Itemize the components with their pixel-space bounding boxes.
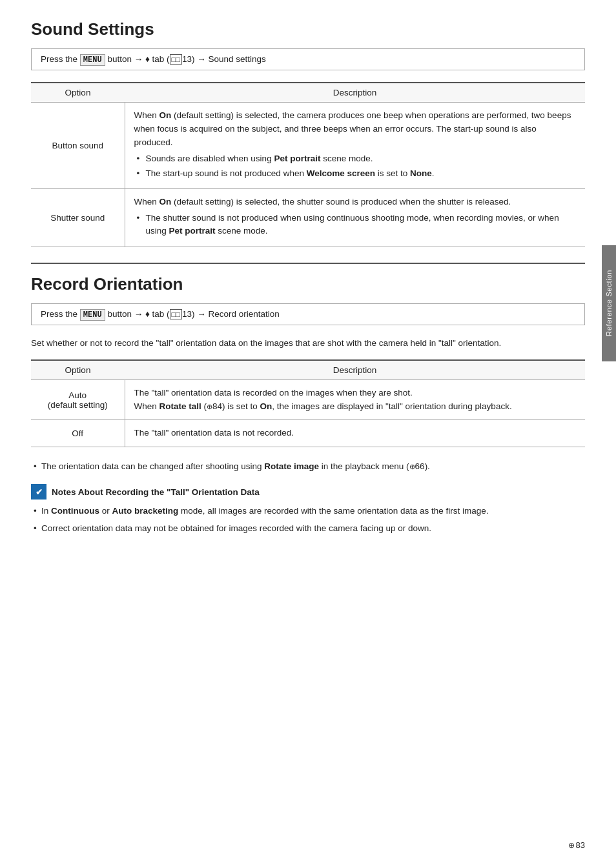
note-icon: ✔: [31, 484, 46, 500]
list-item: The orientation data can be changed afte…: [31, 460, 585, 474]
nav-prefix: Press the: [41, 54, 77, 64]
table-row: Shutter sound When On (default setting) …: [31, 189, 585, 247]
page-number: 83: [576, 840, 585, 850]
record-orientation-body: Set whether or not to record the "tall" …: [31, 337, 585, 350]
page-icon: ⊕: [568, 841, 575, 850]
record-orientation-nav: Press the MENU button → ♦ tab (□□13) → R…: [31, 303, 585, 325]
off-description: The "tall" orientation data is not recor…: [125, 420, 585, 447]
button-sound-option: Button sound: [31, 103, 125, 189]
page-number-area: ⊕ 83: [568, 840, 585, 850]
ro-col-description: Description: [125, 360, 585, 380]
menu-word: MENU: [80, 54, 105, 66]
record-orientation-table: Option Description Auto(default setting)…: [31, 359, 585, 448]
sound-settings-title: Sound Settings: [31, 19, 585, 39]
button-sound-description: When On (default setting) is selected, t…: [125, 103, 585, 189]
list-item: Correct orientation data may not be obta…: [31, 522, 585, 536]
notes-bullets: In Continuous or Auto bracketing mode, a…: [31, 505, 585, 536]
menu-word-2: MENU: [80, 309, 105, 321]
ro-col-option: Option: [31, 360, 125, 380]
sound-settings-nav: Press the MENU button → ♦ tab (□□13) → S…: [31, 48, 585, 70]
reference-section-tab: Reference Section: [602, 245, 616, 361]
orientation-bullets: The orientation data can be changed afte…: [31, 460, 585, 474]
auto-option: Auto(default setting): [31, 379, 125, 420]
sound-col-description: Description: [125, 83, 585, 103]
notes-title-row: ✔ Notes About Recording the "Tall" Orien…: [31, 484, 585, 500]
table-row: Off The "tall" orientation data is not r…: [31, 420, 585, 447]
list-item: In Continuous or Auto bracketing mode, a…: [31, 505, 585, 518]
sound-settings-table: Option Description Button sound When On …: [31, 82, 585, 247]
notes-title: Notes About Recording the "Tall" Orienta…: [52, 487, 260, 497]
reference-section-label: Reference Section: [605, 270, 613, 336]
table-row: Auto(default setting) The "tall" orienta…: [31, 379, 585, 420]
auto-description: The "tall" orientation data is recorded …: [125, 379, 585, 420]
sound-col-option: Option: [31, 83, 125, 103]
notes-section: ✔ Notes About Recording the "Tall" Orien…: [31, 484, 585, 536]
shutter-sound-option: Shutter sound: [31, 189, 125, 247]
nav-middle: button → ♦ tab (□□13) → Sound settings: [107, 54, 265, 64]
off-option: Off: [31, 420, 125, 447]
record-orientation-title: Record Orientation: [31, 274, 585, 294]
shutter-sound-description: When On (default setting) is selected, t…: [125, 189, 585, 247]
nav-prefix-2: Press the: [41, 309, 77, 319]
table-row: Button sound When On (default setting) i…: [31, 103, 585, 189]
nav-middle-2: button → ♦ tab (□□13) → Record orientati…: [107, 309, 279, 319]
section-divider: [31, 263, 585, 264]
